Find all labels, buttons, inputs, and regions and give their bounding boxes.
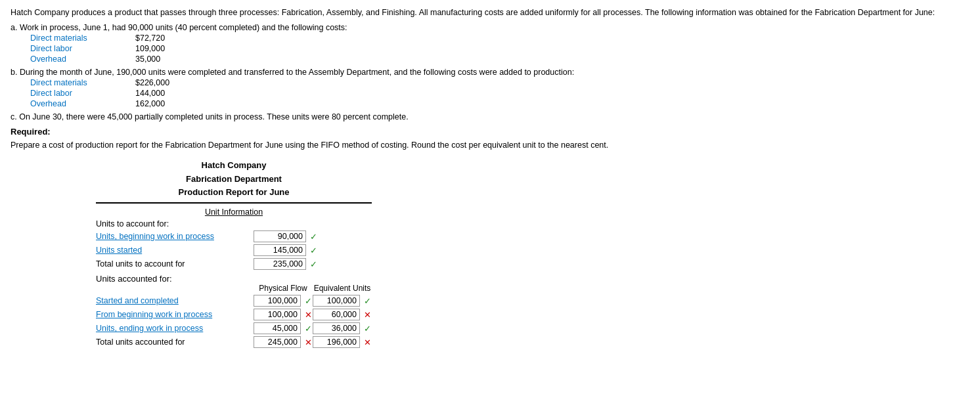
ending-wip-row: Units, ending work in process ✓ ✓ — [96, 322, 372, 334]
ending-wip-label: Units, ending work in process — [96, 324, 254, 333]
report-title-line3: Production Report for June — [96, 186, 372, 200]
cost-row-dm-a: Direct materials $72,720 — [30, 33, 969, 43]
from-beg-row: From beginning work in process ✕ ✕ — [96, 309, 372, 320]
total-accounted-phys-cross-icon: ✕ — [305, 337, 313, 347]
equiv-units-header: Equivalent Units — [313, 284, 372, 293]
total-accounted-label: Total units accounted for — [96, 337, 254, 347]
units-started-check-icon: ✓ — [310, 246, 317, 255]
started-completed-phys-input[interactable] — [254, 295, 301, 307]
dm-b-label: Direct materials — [30, 78, 135, 87]
report-title-line2: Fabrication Department — [96, 173, 372, 186]
section-c-label: c. On June 30, there were 45,000 partial… — [11, 112, 969, 121]
total-accounted-equiv-cross-icon: ✕ — [364, 337, 372, 347]
prepare-text: Prepare a cost of production report for … — [11, 141, 969, 150]
unit-info-header: Unit Information — [96, 207, 372, 217]
started-completed-equiv-input[interactable] — [313, 295, 360, 307]
oh-b-label: Overhead — [30, 99, 135, 108]
cost-row-dl-b: Direct labor 144,000 — [30, 89, 969, 98]
from-beg-equiv-input[interactable] — [313, 309, 360, 320]
ending-wip-phys-check-icon: ✓ — [305, 324, 313, 334]
oh-a-label: Overhead — [30, 54, 135, 64]
dl-a-label: Direct labor — [30, 44, 135, 53]
dl-b-label: Direct labor — [30, 89, 135, 98]
required-label: Required: — [11, 127, 969, 137]
cost-row-oh-b: Overhead 162,000 — [30, 99, 969, 108]
dm-a-value: $72,720 — [135, 33, 165, 43]
intro-main-text: Hatch Company produces a product that pa… — [11, 7, 969, 19]
total-accounted-phys-input[interactable] — [254, 336, 301, 348]
section-b-label: b. During the month of June, 190,000 uni… — [11, 68, 969, 77]
accounted-column-headers: Physical Flow Equivalent Units — [254, 284, 372, 293]
report-title-line1: Hatch Company — [96, 159, 372, 173]
ending-wip-equiv-input[interactable] — [313, 322, 360, 334]
ending-wip-equiv-check-icon: ✓ — [364, 324, 372, 334]
cost-row-dl-a: Direct labor 109,000 — [30, 44, 969, 53]
units-started-label: Units started — [96, 246, 254, 255]
cost-row-dm-b: Direct materials $226,000 — [30, 78, 969, 87]
started-completed-label: Started and completed — [96, 296, 254, 305]
oh-b-value: 162,000 — [135, 99, 165, 108]
from-beg-equiv-cross-icon: ✕ — [364, 310, 372, 320]
to-account-for-label: Units to account for: — [96, 219, 372, 228]
physical-flow-header: Physical Flow — [254, 284, 313, 293]
section-a-label: a. Work in process, June 1, had 90,000 u… — [11, 23, 969, 32]
units-beg-input[interactable] — [254, 230, 306, 242]
started-completed-phys-check-icon: ✓ — [305, 296, 313, 306]
units-accounted-label: Units accounted for: — [96, 274, 372, 284]
report-title: Hatch Company Fabrication Department Pro… — [96, 159, 372, 204]
dm-a-label: Direct materials — [30, 33, 135, 43]
from-beg-label: From beginning work in process — [96, 310, 254, 319]
cost-row-oh-a: Overhead 35,000 — [30, 54, 969, 64]
total-to-account-label: Total units to account for — [96, 259, 254, 269]
ending-wip-phys-input[interactable] — [254, 322, 301, 334]
dm-b-value: $226,000 — [135, 78, 169, 87]
total-to-account-input[interactable] — [254, 258, 306, 270]
units-started-input[interactable] — [254, 244, 306, 256]
total-accounted-row: Total units accounted for ✕ ✕ — [96, 336, 372, 348]
units-started-row: Units started ✓ — [96, 244, 372, 256]
total-accounted-equiv-input[interactable] — [313, 336, 360, 348]
oh-a-value: 35,000 — [135, 54, 160, 64]
units-beg-check-icon: ✓ — [310, 232, 317, 242]
from-beg-phys-input[interactable] — [254, 309, 301, 320]
started-completed-row: Started and completed ✓ ✓ — [96, 295, 372, 307]
total-to-account-check-icon: ✓ — [310, 259, 317, 269]
dl-b-value: 144,000 — [135, 89, 165, 98]
started-completed-equiv-check-icon: ✓ — [364, 296, 372, 306]
from-beg-phys-cross-icon: ✕ — [305, 310, 313, 320]
units-beg-row: Units, beginning work in process ✓ — [96, 230, 372, 242]
units-beg-label: Units, beginning work in process — [96, 232, 254, 241]
production-report: Hatch Company Fabrication Department Pro… — [96, 159, 372, 348]
total-to-account-row: Total units to account for ✓ — [96, 258, 372, 270]
dl-a-value: 109,000 — [135, 44, 165, 53]
